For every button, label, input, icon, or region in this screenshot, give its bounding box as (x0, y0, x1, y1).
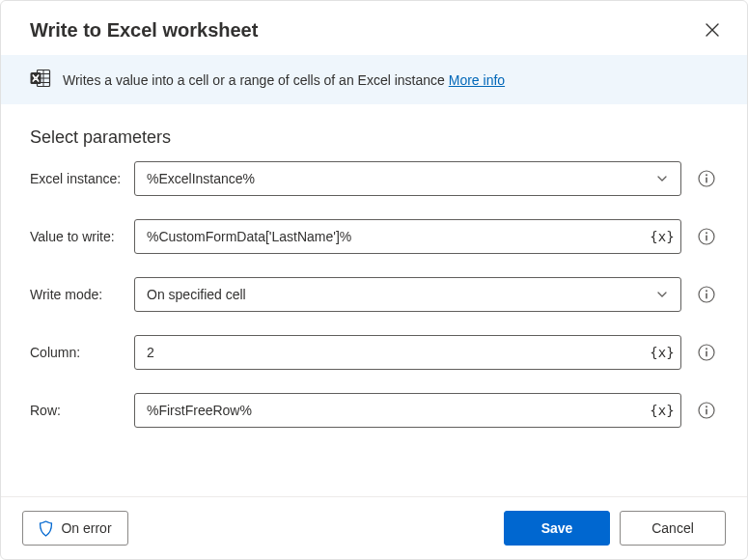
row-column: Column: {x} (30, 335, 718, 370)
label-value-to-write: Value to write: (30, 229, 134, 244)
info-icon (698, 344, 715, 361)
svg-rect-12 (706, 236, 707, 241)
row-value-to-write: Value to write: {x} (30, 219, 718, 254)
row-row: Row: {x} (30, 393, 718, 428)
write-mode-value: On specified cell (147, 287, 246, 302)
row-input[interactable] (134, 393, 681, 428)
save-button[interactable]: Save (504, 511, 610, 546)
help-value-to-write[interactable] (695, 225, 718, 248)
dialog-header: Write to Excel worksheet (1, 1, 747, 55)
on-error-button[interactable]: On error (22, 511, 128, 546)
on-error-label: On error (61, 520, 111, 536)
excel-icon (30, 69, 51, 91)
cancel-label: Cancel (651, 520, 694, 536)
excel-instance-value: %ExcelInstance% (147, 171, 255, 186)
label-row: Row: (30, 403, 134, 418)
label-excel-instance: Excel instance: (30, 171, 134, 186)
help-excel-instance[interactable] (695, 167, 718, 190)
variable-picker-button[interactable]: {x} (651, 341, 674, 364)
cancel-button[interactable]: Cancel (620, 511, 726, 546)
chevron-down-icon (651, 167, 674, 190)
close-icon (706, 23, 719, 37)
svg-point-20 (706, 406, 707, 407)
dialog-title: Write to Excel worksheet (30, 19, 258, 42)
variable-picker-button[interactable]: {x} (651, 225, 674, 248)
excel-instance-select[interactable]: %ExcelInstance% (134, 161, 681, 196)
variable-picker-button[interactable]: {x} (651, 399, 674, 422)
info-icon (698, 170, 715, 187)
svg-rect-9 (706, 178, 707, 183)
section-heading: Select parameters (1, 104, 747, 161)
write-mode-select[interactable]: On specified cell (134, 277, 681, 312)
svg-rect-21 (706, 409, 707, 415)
dialog: Write to Excel worksheet Writes a value … (0, 0, 748, 560)
description-text: Writes a value into a cell or a range of… (63, 72, 445, 88)
dialog-footer: On error Save Cancel (1, 496, 747, 559)
info-banner: Writes a value into a cell or a range of… (1, 55, 747, 104)
svg-rect-18 (706, 351, 707, 357)
row-excel-instance: Excel instance: %ExcelInstance% (30, 161, 718, 196)
info-icon (698, 402, 715, 419)
help-row[interactable] (695, 399, 718, 422)
label-write-mode: Write mode: (30, 287, 134, 302)
parameters-form: Excel instance: %ExcelInstance% Value to… (1, 161, 747, 496)
label-column: Column: (30, 345, 134, 360)
shield-icon (39, 520, 53, 537)
close-button[interactable] (699, 16, 726, 43)
info-icon (698, 286, 715, 303)
value-to-write-input[interactable] (134, 219, 681, 254)
svg-point-17 (706, 348, 707, 350)
row-write-mode: Write mode: On specified cell (30, 277, 718, 312)
column-input[interactable] (134, 335, 681, 370)
info-banner-text: Writes a value into a cell or a range of… (63, 72, 505, 88)
info-icon (698, 228, 715, 245)
svg-point-8 (706, 174, 707, 176)
svg-rect-15 (706, 294, 707, 299)
help-column[interactable] (695, 341, 718, 364)
svg-point-14 (706, 290, 707, 292)
help-write-mode[interactable] (695, 283, 718, 306)
svg-point-11 (706, 232, 707, 234)
more-info-link[interactable]: More info (449, 72, 505, 88)
save-label: Save (541, 520, 573, 536)
chevron-down-icon (651, 283, 674, 306)
